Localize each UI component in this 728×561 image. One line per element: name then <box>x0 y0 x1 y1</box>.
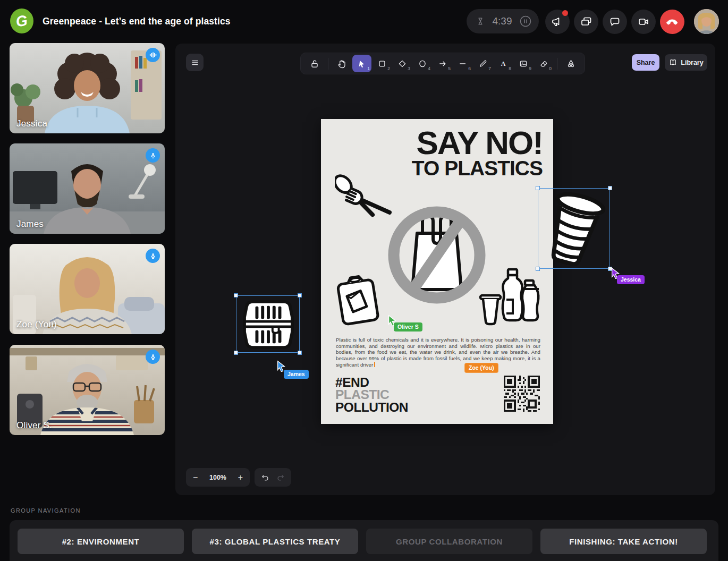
participant-name: Zoe (You) <box>16 319 57 330</box>
text-icon: A <box>498 59 508 69</box>
lock-tool[interactable] <box>305 55 324 72</box>
line-tool[interactable]: 6 <box>453 55 472 72</box>
poster-frame[interactable]: SAY NO! TO PLASTICS <box>321 119 553 424</box>
nav-button-plastics-treaty[interactable]: #3: GLOBAL PLASTICS TREATY <box>192 529 358 554</box>
selection-handle[interactable] <box>234 293 238 298</box>
nav-button-take-action[interactable]: FINISHING: TAKE ACTION! <box>540 529 707 554</box>
timer-value: 4:39 <box>490 15 514 27</box>
selection-box-cup <box>538 188 610 269</box>
mic-indicator[interactable] <box>146 148 160 163</box>
end-call-button[interactable] <box>660 10 684 34</box>
eraser-icon <box>539 59 548 69</box>
arrow-tool[interactable]: 5 <box>433 55 452 72</box>
toolbar-divider <box>557 58 557 70</box>
hand-icon <box>336 58 347 69</box>
selection-handle[interactable] <box>536 267 540 271</box>
microphone-icon <box>149 152 157 159</box>
speaking-indicator[interactable] <box>146 48 160 62</box>
select-tool[interactable]: 1 <box>352 55 371 72</box>
svg-text:A: A <box>501 60 506 67</box>
hourglass-icon <box>475 16 486 27</box>
redo-icon <box>276 473 285 482</box>
windows-button[interactable] <box>574 10 598 34</box>
draw-tool[interactable]: 7 <box>473 55 493 72</box>
chat-button[interactable] <box>603 10 627 34</box>
mic-indicator[interactable] <box>146 350 160 364</box>
video-tile-jessica[interactable]: Jessica <box>10 43 165 133</box>
cursor-icon <box>357 59 367 69</box>
library-button[interactable]: Library <box>665 54 707 71</box>
selection-handle[interactable] <box>298 351 302 355</box>
hand-tool[interactable] <box>332 55 351 72</box>
arrow-icon <box>438 59 447 69</box>
text-caret-zoe <box>374 362 375 367</box>
poster-headline[interactable]: SAY NO! TO PLASTICS <box>412 128 543 178</box>
participant-name: Oliver S. <box>16 420 52 431</box>
group-navigation-panel: #2: ENVIRONMENT #3: GLOBAL PLASTICS TREA… <box>10 520 718 561</box>
cursor-label-jessica: Jessica <box>617 275 645 284</box>
meeting-app: G Greenpeace - Let’s end the age of plas… <box>0 0 728 561</box>
text-tool[interactable]: A 8 <box>494 55 513 72</box>
toolbar-divider <box>328 58 328 70</box>
image-icon <box>519 59 528 69</box>
user-avatar[interactable] <box>694 9 719 34</box>
food-container-illustration[interactable] <box>242 300 294 350</box>
undo-icon <box>260 473 270 482</box>
share-button[interactable]: Share <box>632 54 659 71</box>
microphone-icon <box>149 252 157 260</box>
selection-handle[interactable] <box>536 186 540 190</box>
video-camera-icon <box>637 15 650 28</box>
whiteboard-canvas[interactable]: 1 2 3 4 5 6 7 <box>175 44 715 495</box>
book-icon <box>668 58 678 67</box>
greenpeace-logo: G <box>10 8 33 33</box>
selection-handle[interactable] <box>234 351 238 355</box>
poster-hashtag[interactable]: #END PLASTIC POLLUTION <box>335 376 408 413</box>
megaphone-icon <box>551 15 564 28</box>
circle-icon <box>418 59 427 69</box>
redo-button[interactable] <box>276 473 285 482</box>
nav-button-environment[interactable]: #2: ENVIRONMENT <box>18 529 184 554</box>
eraser-tool[interactable]: 0 <box>534 55 553 72</box>
diamond-tool[interactable]: 3 <box>393 55 412 72</box>
pause-button[interactable] <box>519 14 532 28</box>
qr-code[interactable] <box>504 376 540 412</box>
meeting-title: Greenpeace - Let’s end the age of plasti… <box>43 16 231 27</box>
participant-name: Jessica <box>16 118 47 129</box>
line-icon <box>458 59 468 69</box>
rectangle-tool[interactable]: 2 <box>373 55 392 72</box>
square-icon <box>377 59 387 69</box>
ellipse-tool[interactable]: 4 <box>413 55 432 72</box>
selection-handle[interactable] <box>608 186 612 190</box>
cursor-label-zoe: Zoe (You) <box>464 363 498 373</box>
audio-wave-icon <box>149 51 157 59</box>
video-tile-oliver[interactable]: Oliver S. <box>10 345 165 435</box>
bottles-illustration[interactable] <box>476 267 542 327</box>
cards-icon <box>580 15 592 28</box>
notification-dot <box>562 10 568 16</box>
announcements-button[interactable] <box>545 10 570 34</box>
poster-body-text[interactable]: Plastic is full of toxic chemicals and i… <box>336 337 540 368</box>
mic-indicator[interactable] <box>146 249 160 263</box>
board-menu-button[interactable] <box>186 54 204 71</box>
plastic-cup-illustration[interactable] <box>540 190 607 267</box>
undo-button[interactable] <box>260 473 270 482</box>
group-navigation-label: GROUP NAVIGATION <box>11 507 81 514</box>
shapes-library-tool[interactable] <box>561 55 580 72</box>
nav-button-group-collaboration[interactable]: GROUP COLLABORATION <box>366 529 532 554</box>
video-tile-zoe[interactable]: Zoe (You) <box>10 244 165 334</box>
camera-button[interactable] <box>631 10 656 34</box>
history-controls <box>255 468 291 487</box>
blister-pack-illustration[interactable] <box>335 273 384 326</box>
microphone-icon <box>149 353 157 361</box>
zoom-in-button[interactable]: + <box>238 473 243 482</box>
session-timer: 4:39 <box>467 9 539 33</box>
unlock-icon <box>309 58 320 69</box>
image-tool[interactable]: 9 <box>514 55 533 72</box>
diamond-icon <box>397 59 407 69</box>
cursor-label-james: James <box>284 370 309 379</box>
pencil-icon <box>478 59 488 69</box>
video-tile-james[interactable]: James <box>10 143 165 234</box>
selection-handle[interactable] <box>298 293 302 298</box>
zoom-out-button[interactable]: − <box>193 473 198 482</box>
zoom-level: 100% <box>209 474 226 481</box>
